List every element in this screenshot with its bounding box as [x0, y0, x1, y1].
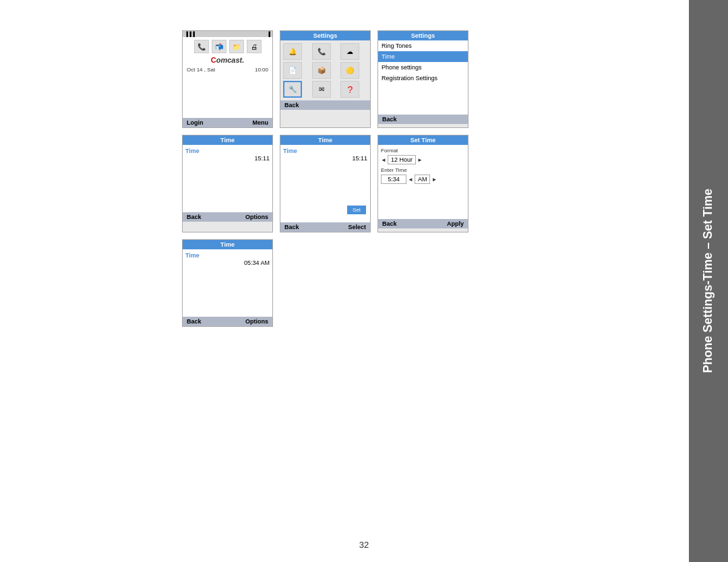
screen7-footer-left[interactable]: Back: [187, 318, 202, 325]
screen2-title: Settings: [280, 31, 370, 40]
icon-s9: ?: [340, 81, 359, 98]
screen1-signal: ▐▐▐: [185, 32, 195, 36]
screen3-footer-left[interactable]: Back: [382, 116, 397, 123]
format-value: 12 Hour: [388, 155, 416, 164]
icon-voicemail: 📬: [212, 40, 226, 53]
screen1: ▐▐▐ ▐ 📞 📬 📁 🖨 Comcast. Oct 14 , Sat 10:0…: [182, 30, 273, 128]
screen4-title: Time: [183, 135, 272, 145]
screen1-footer-right[interactable]: Menu: [253, 119, 269, 126]
screen5-value: 15:11: [283, 155, 367, 162]
screen7-body: Time 05:34 AM: [183, 249, 272, 317]
icon-s1: 🔔: [283, 43, 302, 60]
screen6-body: Format ◄ 12 Hour ► Enter Time 5:34 ◄ AM …: [378, 145, 468, 219]
screen1-footer-left[interactable]: Login: [187, 119, 204, 126]
screen5-label: Time: [283, 148, 367, 154]
screen3-title: Settings: [378, 31, 468, 40]
screen5-title: Time: [280, 135, 370, 145]
menu-ring-tones[interactable]: Ring Tones: [378, 40, 468, 51]
icon-s3: ☁: [340, 43, 359, 60]
icon-s5: 📦: [312, 62, 331, 79]
am-left-arrow[interactable]: ◄: [408, 177, 413, 183]
screen1-battery: ▐: [267, 32, 270, 36]
screen7-label: Time: [185, 252, 270, 259]
format-row: ◄ 12 Hour ►: [381, 155, 465, 164]
icon-s7: 🔧: [283, 81, 302, 98]
screen2: Settings 🔔 📞 ☁ 📄 📦 🟡 🔧 ✉ ? Back: [280, 30, 371, 128]
screen6-footer-left[interactable]: Back: [382, 220, 397, 227]
icon-s4: 📄: [283, 62, 302, 79]
screen2-body: 🔔 📞 ☁ 📄 📦 🟡 🔧 ✉ ?: [280, 40, 370, 100]
screen7-value: 05:34 AM: [185, 259, 270, 266]
format-right-arrow[interactable]: ►: [417, 157, 423, 163]
screen4-body: Time 15:11: [183, 145, 272, 212]
am-right-arrow[interactable]: ►: [431, 177, 437, 183]
screen3-body: Ring Tones Time Phone settings Registrat…: [378, 40, 468, 115]
screen7: Time Time 05:34 AM Back Options: [182, 239, 273, 327]
sidebar-tab-text: Phone Settings-Time – Set Time: [701, 189, 716, 373]
screen7-title: Time: [183, 240, 272, 249]
icon-s6: 🟡: [340, 62, 359, 79]
screen-row-3: Time Time 05:34 AM Back Options: [182, 239, 667, 327]
enter-time-label: Enter Time: [381, 167, 465, 173]
screen1-body: 📞 📬 📁 🖨 Comcast. Oct 14 , Sat 10:00: [183, 37, 272, 118]
screen4-footer-left[interactable]: Back: [187, 214, 202, 220]
screen5-footer-left[interactable]: Back: [284, 224, 299, 230]
format-left-arrow[interactable]: ◄: [381, 157, 386, 163]
menu-time[interactable]: Time: [378, 51, 468, 62]
comcast-logo: Comcast.: [185, 56, 270, 64]
screen4: Time Time 15:11 Back Options: [182, 135, 273, 232]
icon-contacts: 📁: [229, 40, 244, 53]
icon-s2: 📞: [312, 43, 331, 60]
screen1-footer: Login Menu: [183, 118, 272, 127]
enter-time-row: 5:34 ◄ AM ►: [381, 175, 465, 184]
time-input-value[interactable]: 5:34: [381, 175, 406, 184]
screen6-title: Set Time: [378, 135, 468, 145]
screen3: Settings Ring Tones Time Phone settings …: [377, 30, 468, 128]
menu-registration[interactable]: Registration Settings: [378, 73, 468, 84]
screen4-value: 15:11: [185, 155, 270, 162]
screen4-footer: Back Options: [183, 212, 272, 222]
sidebar-tab: Phone Settings-Time – Set Time: [689, 0, 728, 562]
screen6-footer-right[interactable]: Apply: [447, 220, 464, 227]
screen6-footer: Back Apply: [378, 219, 468, 228]
set-button[interactable]: Set: [347, 206, 366, 214]
screen1-date: Oct 14 , Sat: [187, 67, 215, 73]
screen1-datetime: Oct 14 , Sat 10:00: [185, 67, 270, 73]
screen2-footer: Back: [280, 100, 370, 110]
screen3-footer: Back: [378, 115, 468, 124]
screen-row-1: ▐▐▐ ▐ 📞 📬 📁 🖨 Comcast. Oct 14 , Sat 10:0…: [182, 30, 667, 128]
icon-phone: 📞: [194, 40, 209, 53]
screens-area: ▐▐▐ ▐ 📞 📬 📁 🖨 Comcast. Oct 14 , Sat 10:0…: [182, 30, 667, 334]
format-label: Format: [381, 148, 465, 154]
screen4-label: Time: [185, 148, 270, 154]
icon-settings: 🖨: [247, 40, 262, 53]
screen1-icons: 📞 📬 📁 🖨: [185, 40, 270, 53]
icon-s8: ✉: [312, 81, 331, 98]
screen5-footer-right[interactable]: Select: [348, 224, 366, 230]
screen1-status-bar: ▐▐▐ ▐: [183, 31, 272, 37]
screen-row-2: Time Time 15:11 Back Options Time Time 1…: [182, 135, 667, 232]
screen7-footer: Back Options: [183, 317, 272, 326]
screen4-footer-right[interactable]: Options: [245, 214, 268, 220]
screen2-footer-left[interactable]: Back: [284, 102, 299, 108]
comcast-c: C: [211, 56, 216, 64]
am-value: AM: [415, 175, 431, 184]
screen1-time: 10:00: [255, 67, 268, 73]
screen5-body: Time 15:11 Set: [280, 145, 370, 222]
screen7-footer-right[interactable]: Options: [245, 318, 268, 325]
screen5-footer: Back Select: [280, 222, 370, 232]
page-number: 32: [359, 540, 369, 550]
screen6: Set Time Format ◄ 12 Hour ► Enter Time 5…: [377, 135, 468, 232]
menu-phone-settings[interactable]: Phone settings: [378, 62, 468, 73]
screen5: Time Time 15:11 Set Back Select: [280, 135, 371, 232]
